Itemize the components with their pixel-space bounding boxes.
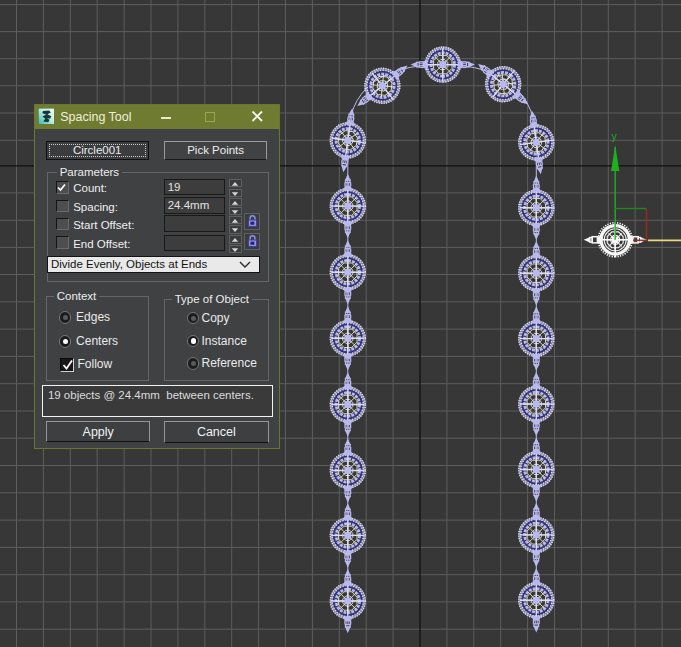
svg-text:y: y (612, 130, 618, 142)
